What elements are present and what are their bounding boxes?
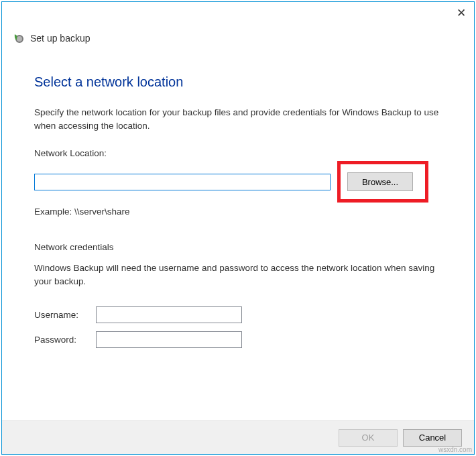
username-row: Username: (34, 306, 442, 323)
watermark: wsxdn.com (438, 446, 472, 453)
network-location-label: Network Location: (34, 148, 442, 158)
password-label: Password: (34, 335, 96, 345)
page-description: Specify the network location for your ba… (34, 106, 442, 132)
example-text: Example: \\server\share (34, 207, 442, 217)
page-title: Select a network location (34, 74, 442, 90)
svg-point-1 (17, 36, 22, 42)
username-label: Username: (34, 310, 96, 320)
wizard-header: Set up backup (13, 32, 474, 44)
password-input[interactable] (96, 331, 242, 348)
backup-wizard-icon (13, 32, 25, 44)
dialog-footer: OK Cancel (2, 420, 474, 454)
cancel-button[interactable]: Cancel (403, 429, 462, 447)
network-location-input[interactable] (34, 174, 331, 190)
wizard-title: Set up backup (30, 33, 91, 44)
credentials-description: Windows Backup will need the username an… (34, 262, 442, 288)
browse-button[interactable]: Browse... (347, 172, 413, 191)
credentials-heading: Network credentials (34, 242, 442, 252)
ok-button[interactable]: OK (339, 429, 398, 447)
password-row: Password: (34, 331, 442, 348)
highlight-annotation: Browse... (337, 161, 428, 203)
dialog-window: ✕ Set up backup Select a network locatio… (1, 1, 475, 455)
close-icon[interactable]: ✕ (457, 6, 466, 20)
content-area: Select a network location Specify the ne… (2, 74, 474, 420)
network-location-row: Browse... (34, 161, 442, 203)
username-input[interactable] (96, 306, 242, 323)
